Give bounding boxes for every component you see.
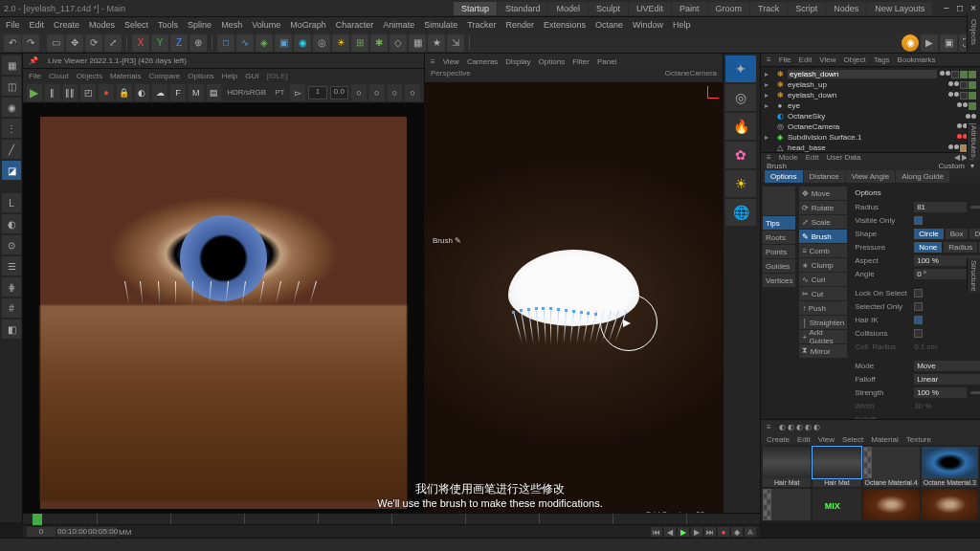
key-icon[interactable]: ◆ — [731, 527, 743, 537]
move-tool-icon[interactable]: ✥ — [66, 34, 83, 52]
axis-icon[interactable]: L — [2, 193, 21, 212]
tab-sculpt[interactable]: Sculpt — [589, 2, 628, 15]
render-lock-icon[interactable]: 🔒 — [117, 84, 132, 101]
tab-newlayouts[interactable]: New Layouts — [867, 2, 932, 15]
render-pause-icon[interactable]: ∥ — [45, 84, 60, 101]
tab-viewangle[interactable]: View Angle — [846, 170, 895, 183]
pressure-none-button[interactable]: None — [914, 242, 942, 253]
side-tab-attributes[interactable]: Attributes — [967, 124, 980, 159]
tab-script[interactable]: Script — [788, 2, 825, 15]
material-hair-2[interactable]: Hair Mat — [813, 447, 860, 487]
pressure-radius-button[interactable]: Radius — [944, 242, 977, 253]
tab-paint[interactable]: Paint — [672, 2, 707, 15]
tool-curl[interactable]: ∿ Curl — [799, 273, 847, 286]
range-end-input[interactable]: 00:10:00 — [57, 527, 86, 537]
falloff-dropdown[interactable]: Linear — [914, 374, 980, 385]
tab-options[interactable]: Options — [765, 170, 803, 183]
asset-icon[interactable]: ★ — [428, 34, 445, 52]
tool-push[interactable]: ↑ Push — [799, 301, 847, 315]
render-pause2-icon[interactable]: ∥∥ — [63, 84, 78, 101]
maximize-icon[interactable]: □ — [957, 3, 963, 13]
polys-mode-icon[interactable]: ◪ — [2, 161, 21, 180]
material-8[interactable] — [922, 489, 978, 520]
tool-addguides[interactable]: + Add Guides — [799, 330, 847, 343]
denoise-icon[interactable]: ◐ — [135, 84, 150, 101]
coord-icon[interactable]: ⊕ — [189, 34, 207, 52]
tool-brush[interactable]: ✎ Brush — [799, 230, 847, 243]
obj-eye[interactable]: ▸●eye — [765, 100, 976, 111]
workplane-icon[interactable]: ☰ — [2, 256, 21, 276]
material-5[interactable] — [763, 489, 811, 520]
kernel-arrow-icon[interactable]: ▻ — [290, 84, 305, 101]
redo-icon[interactable]: ↷ — [22, 34, 39, 52]
tab-distance[interactable]: Distance — [804, 170, 845, 183]
nav-sun-icon[interactable]: ☀ — [725, 170, 756, 197]
pin-icon[interactable]: ≡ — [767, 55, 771, 64]
dropdown-arrow-icon[interactable]: ▾ — [970, 162, 974, 170]
volume-icon[interactable]: ▦ — [409, 34, 426, 52]
material-octane-4[interactable]: Octane Material.4 — [863, 447, 920, 487]
mode-dropdown[interactable]: Move — [914, 361, 980, 371]
group-guides[interactable]: Guides — [763, 259, 795, 273]
autokey-icon[interactable]: A — [745, 527, 756, 537]
step-fwd-icon[interactable]: ▶ — [691, 527, 702, 537]
menu-window[interactable]: Window — [633, 20, 663, 30]
aov-icon[interactable]: ▤ — [207, 84, 222, 101]
tab-startup[interactable]: Startup — [454, 2, 497, 15]
menu-file[interactable]: File — [6, 20, 20, 30]
tool-comb[interactable]: ≡ Comb — [799, 244, 847, 257]
model-mode-icon[interactable]: ▦ — [2, 55, 21, 75]
tool-scale[interactable]: ⤢ Scale — [799, 215, 847, 229]
object-manager[interactable]: ▸❋eyelash_down ▸❋eyelash_up ▸❋eyelash_do… — [761, 67, 980, 153]
tool-move[interactable]: ✥ Move — [799, 187, 847, 200]
material-6[interactable] — [813, 489, 860, 520]
samples-input[interactable]: 1 — [308, 86, 327, 99]
perspective-viewport[interactable]: Brush ✎ — [425, 82, 723, 522]
scale-tool-icon[interactable]: ⤢ — [104, 34, 122, 52]
channel-g-icon[interactable]: ○ — [369, 84, 385, 101]
strength-slider[interactable] — [970, 391, 980, 394]
mat-pin-icon[interactable]: ≡ — [767, 423, 771, 431]
menu-create[interactable]: Create — [54, 20, 79, 30]
range-mid-input[interactable]: 00:05:00 — [88, 527, 117, 537]
tool-straighten[interactable]: │ Straighten — [799, 316, 847, 329]
yaxis-icon[interactable]: Y — [151, 34, 168, 52]
nav-home-icon[interactable]: ✦ — [725, 55, 756, 82]
generator-icon[interactable]: ◈ — [256, 34, 273, 52]
tab-track[interactable]: Track — [750, 2, 787, 15]
radius-slider[interactable] — [970, 206, 980, 209]
snap-icon[interactable]: ⊙ — [2, 235, 21, 254]
timeline-ruler[interactable] — [23, 514, 760, 525]
visible-checkbox[interactable] — [914, 216, 923, 225]
menu-spline[interactable]: Spline — [188, 20, 212, 30]
obj-octanecamera[interactable]: ◎OctaneCamera — [765, 121, 976, 132]
render-icon[interactable]: ▶ — [921, 34, 938, 52]
render-start-icon[interactable]: ▶ — [27, 84, 42, 101]
quantize-icon[interactable]: ⋕ — [2, 277, 21, 297]
preset-dropdown[interactable]: Custom — [938, 162, 965, 170]
menu-edit[interactable]: Edit — [30, 20, 45, 30]
undo-icon[interactable]: ↶ — [4, 34, 21, 52]
shape-circle-button[interactable]: Circle — [914, 229, 943, 239]
obj-eyelash-down[interactable]: ▸❋eyelash_down — [765, 69, 976, 79]
render-viewport[interactable] — [23, 103, 424, 522]
camera-icon[interactable]: ◎ — [313, 34, 330, 52]
channel-a-icon[interactable]: ○ — [405, 84, 420, 101]
menu-character[interactable]: Character — [336, 20, 374, 30]
group-vertices[interactable]: Vertices — [763, 274, 795, 287]
menu-mograph[interactable]: MoGraph — [290, 20, 326, 30]
tab-nodes[interactable]: Nodes — [826, 2, 866, 15]
menu-tracker[interactable]: Tracker — [467, 20, 496, 30]
clay-icon[interactable]: ☁ — [152, 84, 167, 101]
goto-end-icon[interactable]: ⏭ — [704, 527, 716, 537]
shape-box-button[interactable]: Box — [946, 229, 969, 239]
menu-mesh[interactable]: Mesh — [221, 20, 242, 30]
field-icon[interactable]: ◉ — [294, 34, 311, 52]
minimize-icon[interactable]: − — [944, 3, 949, 13]
tag-icon[interactable]: ◇ — [390, 34, 407, 52]
close-icon[interactable]: × — [970, 3, 976, 13]
tab-standard[interactable]: Standard — [498, 2, 548, 15]
menu-tools[interactable]: Tools — [158, 20, 178, 30]
obj-subdiv[interactable]: ▸◈Subdivision Surface.1 — [765, 132, 976, 143]
material-picker-icon[interactable]: M — [189, 84, 204, 101]
